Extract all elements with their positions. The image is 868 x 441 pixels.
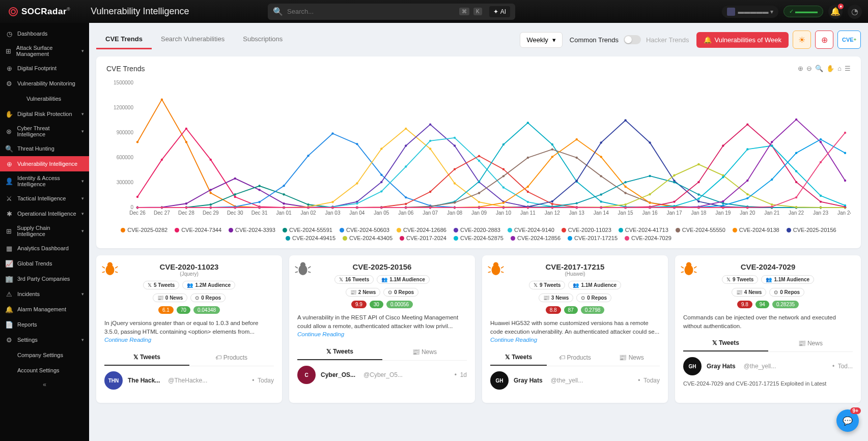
svg-point-541 [697, 198, 699, 200]
legend-item[interactable]: CVE-2024-52875 [454, 235, 503, 241]
user-menu[interactable]: ▬▬▬▬▬ ▾ [722, 6, 778, 18]
legend-item[interactable]: CVE-2020-2883 [454, 227, 500, 233]
cve-plus-button[interactable]: CVE+ [837, 31, 861, 49]
sidebar-item-vulnerability-monitoring[interactable]: ⚙Vulnerability Monitoring [0, 76, 89, 91]
trial-badge[interactable]: ✓ ▬▬▬▬ [783, 6, 823, 17]
svg-point-0 [9, 8, 17, 16]
vulns-of-week-button[interactable]: 🔔Vulnerabilities of Week [696, 32, 789, 48]
sidebar-item-identity-access-intelligence[interactable]: 👤Identity & Access Intelligence▾ [0, 171, 89, 191]
user-avatar-icon[interactable]: ◔ [848, 5, 862, 19]
continue-reading-link[interactable]: Continue Reading [490, 337, 537, 343]
card-tab-tweets[interactable]: 𝕏 Tweets [490, 349, 547, 366]
period-dropdown[interactable]: Weekly ▾ [520, 32, 562, 48]
svg-point-131 [210, 203, 212, 205]
sidebar-item-dashboards[interactable]: ◷Dashboards [0, 26, 89, 41]
continue-reading-link[interactable]: Continue Reading [104, 337, 151, 343]
kbd-k: K [473, 8, 482, 15]
legend-item[interactable]: CVE-2024-55591 [283, 227, 332, 233]
card-tab-news[interactable]: 📰 News [768, 335, 853, 351]
legend-item[interactable]: CVE-2017-17215 [568, 235, 618, 241]
sidebar-item-digital-risk-protection[interactable]: ✋Digital Risk Protection▾ [0, 106, 89, 122]
sidebar-item-attack-surface-management[interactable]: ⊞Attack Surface Management▾ [0, 41, 89, 61]
legend-item[interactable]: CVE-2024-50603 [340, 227, 389, 233]
tweet-row[interactable]: THN The Hack... @TheHacke... • Today [104, 366, 274, 395]
sidebar-item-global-trends[interactable]: 📈Global Trends [0, 256, 89, 271]
svg-point-609 [161, 207, 163, 209]
search-bar[interactable]: 🔍 ⌘ K ✦ AI [268, 4, 515, 20]
sidebar-item-tactical-intelligence[interactable]: ⚔Tactical Intelligence▾ [0, 191, 89, 206]
toggle-switch[interactable] [624, 35, 641, 44]
search-zoom-icon[interactable]: 🔍 [815, 65, 823, 72]
legend-item[interactable]: CVE-2025-0282 [121, 227, 167, 233]
legend-item[interactable]: CVE-2024-43405 [343, 235, 393, 241]
menu-icon[interactable]: ☰ [845, 65, 851, 72]
sidebar-item-incidents[interactable]: ⚠Incidents▾ [0, 286, 89, 302]
svg-text:Dec 29: Dec 29 [203, 210, 219, 216]
legend-item[interactable]: CVE-2024-41713 [619, 227, 668, 233]
top-bar: SOCRadar® Vulnerability Intelligence 🔍 ⌘… [0, 0, 868, 23]
help-fab[interactable]: 💬9+ [836, 409, 859, 432]
zoom-in-icon[interactable]: ⊕ [798, 65, 803, 72]
tweet-row[interactable]: GH Gray Hats @the_yell... • Tod... [683, 352, 853, 380]
sidebar-item-cyber-threat-intelligence[interactable]: ⊗Cyber Threat Intelligence▾ [0, 122, 89, 141]
card-tab-tweets[interactable]: 𝕏 Tweets [104, 349, 189, 366]
repos-chip: ⊙ 0 Repos [769, 288, 804, 297]
sidebar-item-3rd-party-companies[interactable]: 🏢3rd Party Companies [0, 271, 89, 286]
continue-reading-link[interactable]: Continue Reading [297, 331, 344, 337]
home-icon[interactable]: ⌂ [837, 65, 842, 72]
legend-item[interactable]: CVE-2024-12686 [397, 227, 446, 233]
sidebar-item-digital-footprint[interactable]: ⊕Digital Footprint [0, 61, 89, 76]
collapse-sidebar[interactable]: « [0, 378, 89, 391]
tab-search-vulns[interactable]: Search Vulnerabilities [152, 30, 234, 49]
sidebar-item-reports[interactable]: 📄Reports [0, 317, 89, 332]
legend-item[interactable]: CVE-2025-20156 [787, 227, 836, 233]
legend-item[interactable]: CVE-2024-55550 [676, 227, 725, 233]
card-tab-products[interactable]: 🏷 Products [189, 349, 274, 366]
sidebar-item-alarm-management[interactable]: 🔔Alarm Management [0, 302, 89, 317]
zoom-out-icon[interactable]: ⊖ [806, 65, 812, 72]
svg-point-612 [234, 207, 236, 209]
tweet-row[interactable]: GH Gray Hats @the_yell... • Today [490, 366, 660, 395]
svg-text:Jan 07: Jan 07 [423, 210, 438, 216]
sidebar-item-threat-hunting[interactable]: 🔍Threat Hunting [0, 141, 89, 156]
sidebar-item-settings[interactable]: ⚙Settings▾ [0, 332, 89, 347]
card-tab-news[interactable]: 📰 News [382, 344, 467, 360]
card-tab-tweets[interactable]: 𝕏 Tweets [297, 344, 382, 360]
legend-item[interactable]: CVE-2024-7029 [625, 235, 671, 241]
trends-toggle[interactable]: Common Trends Hacker Trends [570, 35, 689, 44]
add-button[interactable]: ⊕ [815, 31, 833, 49]
card-tab-tweets[interactable]: 𝕏 Tweets [683, 335, 768, 351]
legend-item[interactable]: CVE-2024-9140 [508, 227, 554, 233]
sidebar-item-supply-chain-intelligence[interactable]: ⊞Supply Chain Intelligence▾ [0, 221, 89, 241]
pan-icon[interactable]: ✋ [826, 65, 834, 72]
legend-item[interactable]: CVE-2024-49415 [286, 235, 335, 241]
legend-item[interactable]: CVE-2024-7344 [175, 227, 221, 233]
svg-line-646 [295, 267, 298, 268]
tweet-row[interactable]: C Cyber_OS... @Cyber_O5... • 1d [297, 361, 467, 389]
sidebar-item-analytics-dashboard[interactable]: ▦Analytics Dashboard [0, 241, 89, 256]
ai-button[interactable]: ✦ AI [489, 6, 510, 17]
legend-item[interactable]: CVE-2024-3393 [229, 227, 275, 233]
sidebar-item-company-settings[interactable]: Company Settings [0, 347, 89, 363]
svg-point-573 [746, 180, 748, 182]
sidebar-item-vulnerability-intelligence[interactable]: ⊕Vulnerability Intelligence [0, 156, 89, 171]
legend-item[interactable]: CVE-2024-9138 [733, 227, 779, 233]
legend-item[interactable]: CVE-2024-12856 [511, 235, 561, 241]
card-tab-news[interactable]: 📰 News [603, 349, 660, 366]
tab-subscriptions[interactable]: Subscriptions [234, 30, 292, 49]
legend-item[interactable]: CVE-2020-11023 [562, 227, 611, 233]
svg-point-447 [600, 193, 602, 195]
tab-cve-trends[interactable]: CVE Trends [96, 30, 152, 49]
svg-point-607 [844, 152, 846, 154]
tweet-avatar: C [297, 366, 316, 384]
sidebar-item-account-settings[interactable]: Account Settings [0, 363, 89, 378]
sidebar-item-vulnerabilities[interactable]: Vulnerabilities [0, 91, 89, 106]
legend-item[interactable]: CVE-2017-2024 [400, 235, 446, 241]
cve-card: CVE-2024-7029 𝕏 9 Tweets 👥 1.1M Audience… [675, 255, 861, 403]
notifications-icon[interactable]: 🔔● [828, 5, 843, 19]
search-input[interactable] [287, 8, 455, 15]
svg-point-622 [478, 207, 480, 209]
sun-button[interactable]: ☀ [793, 31, 811, 49]
sidebar-item-operational-intelligence[interactable]: ✱Operational Intelligence▾ [0, 206, 89, 221]
card-tab-products[interactable]: 🏷 Products [547, 349, 603, 366]
